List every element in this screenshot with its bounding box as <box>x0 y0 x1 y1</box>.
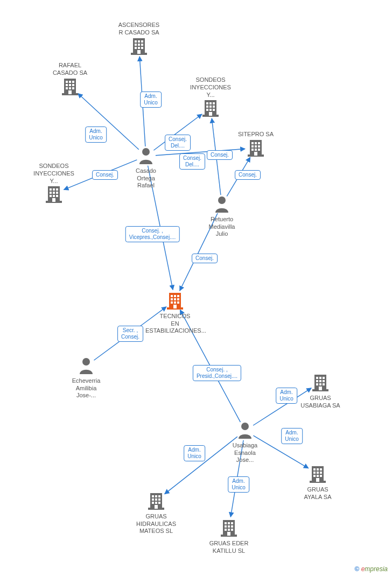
svg-rect-20 <box>135 47 137 49</box>
svg-rect-119 <box>155 505 158 509</box>
svg-rect-15 <box>138 40 140 43</box>
edge-label: Consej. <box>235 170 261 180</box>
svg-rect-7 <box>177 298 179 300</box>
svg-rect-102 <box>228 525 230 528</box>
svg-rect-107 <box>227 532 230 536</box>
svg-point-121 <box>218 196 226 204</box>
svg-rect-16 <box>141 40 143 43</box>
svg-rect-11 <box>173 305 177 308</box>
node-echeverria[interactable]: EcheverriaAmilibiaJose-... <box>57 357 116 399</box>
svg-rect-6 <box>174 298 176 300</box>
svg-rect-92 <box>313 475 316 477</box>
svg-rect-91 <box>320 472 322 474</box>
svg-rect-40 <box>213 102 215 104</box>
svg-rect-94 <box>320 475 322 477</box>
svg-point-120 <box>142 148 150 156</box>
svg-rect-66 <box>53 192 55 194</box>
svg-rect-58 <box>258 149 260 151</box>
edge-label: Secr. , Consej. <box>117 326 143 342</box>
svg-rect-27 <box>69 81 71 83</box>
node-gruas_usab[interactable]: GRUASUSABIAGA SA <box>291 373 350 409</box>
node-casado[interactable]: CasadoOrtegaRafael <box>116 147 176 189</box>
svg-rect-4 <box>177 295 179 297</box>
svg-rect-18 <box>138 44 140 46</box>
node-label: GRUASUSABIAGA SA <box>291 395 350 410</box>
svg-rect-43 <box>213 106 215 108</box>
svg-rect-68 <box>50 195 52 197</box>
node-sondeos_left[interactable]: SONDEOSINYECCIONESY... <box>24 161 83 205</box>
edge-label: Consej. <box>207 150 233 160</box>
edge-label: Adm. Unico <box>140 92 162 108</box>
node-label: EcheverriaAmilibiaJose-... <box>57 377 116 399</box>
node-label: TECNICOSENESTABILIZACIONES... <box>145 313 205 335</box>
svg-rect-78 <box>319 380 321 382</box>
svg-rect-82 <box>323 383 325 385</box>
svg-rect-86 <box>313 468 316 470</box>
svg-rect-26 <box>66 81 68 83</box>
building-icon <box>61 90 79 96</box>
svg-rect-117 <box>155 502 157 504</box>
svg-rect-10 <box>177 301 179 304</box>
brand-rest: mpresia <box>365 565 388 573</box>
edge-label: Adm. Unico <box>228 476 249 493</box>
svg-rect-69 <box>53 195 55 197</box>
svg-rect-32 <box>66 87 68 89</box>
svg-rect-52 <box>258 142 260 144</box>
node-gruas_eder[interactable]: GRUAS EDERKATILLU SL <box>199 518 258 554</box>
footer-copyright: © empresia <box>354 565 388 573</box>
svg-rect-100 <box>231 522 233 524</box>
node-rafael_sa[interactable]: RAFAELCASADO SA <box>40 61 100 97</box>
building-icon <box>166 304 184 311</box>
node-sitepro[interactable]: SITEPRO SA <box>226 130 285 159</box>
building-icon <box>130 50 148 56</box>
svg-rect-29 <box>66 84 68 86</box>
svg-rect-77 <box>316 380 318 382</box>
svg-rect-35 <box>68 90 72 94</box>
person-icon <box>237 433 253 440</box>
svg-rect-98 <box>225 522 227 524</box>
svg-rect-116 <box>152 502 154 504</box>
svg-rect-87 <box>317 468 319 470</box>
svg-rect-115 <box>158 498 160 501</box>
svg-rect-111 <box>155 495 157 497</box>
svg-rect-99 <box>228 522 230 524</box>
node-gruas_ayala[interactable]: GRUASAYALA SA <box>288 465 347 501</box>
node-usabiaga[interactable]: UsabiagaEsnaolaJose... <box>215 422 275 464</box>
svg-rect-3 <box>174 295 176 297</box>
svg-rect-103 <box>231 525 233 528</box>
svg-rect-106 <box>231 529 233 531</box>
svg-rect-51 <box>255 142 257 144</box>
svg-rect-65 <box>50 192 52 194</box>
edge-label: Consej. Del.... <box>165 135 191 151</box>
svg-rect-79 <box>323 380 325 382</box>
svg-rect-118 <box>158 502 160 504</box>
node-label: UsabiagaEsnaolaJose... <box>215 442 275 464</box>
svg-rect-101 <box>225 525 227 528</box>
edge-label: Adm. Unico <box>85 127 107 143</box>
svg-rect-21 <box>138 47 140 49</box>
svg-rect-110 <box>152 495 154 497</box>
node-ascensores[interactable]: ASCENSORESR CASADO SA <box>109 20 169 57</box>
node-sondeos_top[interactable]: SONDEOSINYECCIONESY... <box>181 75 240 119</box>
svg-rect-34 <box>72 87 74 89</box>
node-label: SONDEOSINYECCIONESY... <box>181 76 240 99</box>
svg-rect-38 <box>206 102 208 104</box>
person-icon <box>214 207 230 214</box>
node-central[interactable]: TECNICOSENESTABILIZACIONES... <box>145 291 205 335</box>
edge-label: Consej. , Presid.,Consej.... <box>193 365 241 381</box>
svg-rect-14 <box>135 40 137 43</box>
svg-rect-62 <box>50 188 52 191</box>
building-icon <box>147 504 165 511</box>
svg-rect-55 <box>258 145 260 147</box>
edge-label: Adm. Unico <box>184 445 205 461</box>
node-label: SONDEOSINYECCIONESY... <box>24 163 83 185</box>
svg-rect-57 <box>255 149 257 151</box>
svg-rect-63 <box>53 188 55 191</box>
node-retuerto[interactable]: RetuertoMediavillaJulio <box>192 195 251 238</box>
node-label: RetuertoMediavillaJulio <box>192 216 251 238</box>
svg-rect-42 <box>209 106 212 108</box>
edge-label: Consej. , Vicepres.,Consej.... <box>125 226 180 242</box>
svg-rect-113 <box>152 498 154 501</box>
svg-rect-114 <box>155 498 157 501</box>
node-gruas_mateos[interactable]: GRUASHIDRAULICASMATEOS SL <box>127 491 186 535</box>
